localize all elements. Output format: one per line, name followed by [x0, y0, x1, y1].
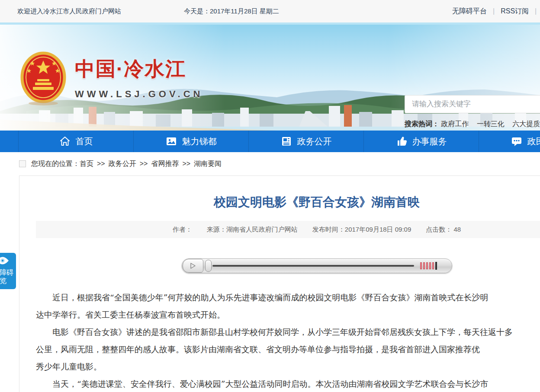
breadcrumb-gov-info[interactable]: 政务公开: [109, 159, 136, 169]
separator: |: [535, 7, 537, 15]
date-text: 今天是：2017年11月28日 星期二: [184, 7, 279, 16]
site-logo[interactable]: 中国·冷水江 WWW.LSJ.GOV.CN: [19, 51, 203, 107]
hot-word-link[interactable]: 政府工作: [441, 120, 469, 127]
volume-control[interactable]: [420, 262, 437, 270]
breadcrumb-home[interactable]: 首页: [80, 159, 93, 169]
play-button[interactable]: [183, 259, 203, 273]
seek-track[interactable]: [212, 265, 414, 267]
rss-link[interactable]: RSS订阅: [501, 7, 529, 16]
meta-publish-time: 发布时间：2017年09月18日 09:09: [312, 226, 411, 234]
hot-word-link[interactable]: 六大提质: [512, 120, 540, 127]
accessibility-browse-button[interactable]: 无障碍 浏览: [0, 253, 16, 289]
article-meta-bar: 作者： 来源：湖南省人民政府门户网站 发布时间：2017年09月18日 09:0…: [36, 221, 540, 238]
nav-item-gov-info[interactable]: 政务公开: [249, 131, 364, 152]
breadcrumb-separator: >>: [140, 160, 148, 168]
brand-text: 中国·冷水江 WWW.LSJ.GOV.CN: [75, 51, 203, 100]
chat-icon: [511, 136, 522, 147]
article-body: 近日，根据我省“全国美德少年”何芹姣的助人为乐先进事迹改编而成的校园文明电影《野…: [36, 289, 540, 392]
site-url: WWW.LSJ.GOV.CN: [75, 89, 203, 100]
hot-words-label: 搜索热词：: [405, 120, 439, 127]
accessibility-label-line1: 无障碍: [0, 268, 16, 277]
article-title: 校园文明电影《野百合女孩》湖南首映: [19, 194, 540, 210]
nav-label: 政民互动: [527, 136, 540, 147]
audio-player: [182, 258, 452, 273]
site-name: 中国·冷水江: [75, 56, 203, 83]
welcome-text: 欢迎进入冷水江市人民政府门户网站: [17, 7, 121, 16]
location-box-icon: [19, 160, 26, 167]
accessibility-label-line2: 浏览: [0, 277, 16, 285]
header-banner: 中国·冷水江 WWW.LSJ.GOV.CN 搜索热词： 政府工作 一转三化 六大…: [0, 25, 540, 131]
search-input[interactable]: [405, 95, 540, 113]
breadcrumb-province-recommend[interactable]: 省网推荐: [151, 159, 179, 169]
page: 欢迎进入冷水江市人民政府门户网站 今天是：2017年11月28日 星期二 无障碍…: [0, 0, 540, 392]
paragraph-line: 公里，风雨无阻，整整四年的感人故事。该影片由湖南省文联、省文明办等单位参与指导拍…: [36, 341, 540, 358]
paragraph-line: 电影《野百合女孩》讲述的是我省邵阳市新邵县山村学校何芹姣同学，从小学三年级开始背…: [36, 323, 540, 341]
paragraph-line: 近日，根据我省“全国美德少年”何芹姣的助人为乐先进事迹改编而成的校园文明电影《野…: [36, 289, 540, 306]
nav-item-interaction[interactable]: 政民互动: [479, 131, 540, 152]
nav-item-home[interactable]: 首页: [19, 131, 134, 152]
home-icon: [59, 136, 71, 147]
meta-hit-count: 点击数： 48: [426, 226, 461, 234]
seek-handle[interactable]: [205, 260, 212, 272]
nav-spacer: [0, 131, 19, 152]
meta-author: 作者：: [173, 226, 192, 234]
topbar-links: 无障碍平台 | RSS订阅 | 设为首页: [452, 0, 540, 22]
breadcrumb-hunan-news[interactable]: 湖南要闻: [194, 159, 222, 169]
accessibility-platform-link[interactable]: 无障碍平台: [452, 7, 487, 16]
document-icon: [281, 136, 292, 147]
paragraph-line: 当天，“美德进课堂、安全伴我行、爱心满校园”大型公益活动同时启动。本次活动由湖南…: [36, 375, 540, 392]
main-nav: 首页 魅力锑都 政务公开 办事服务: [0, 131, 540, 152]
paragraph-line: 秀少年儿童电影。: [36, 358, 540, 375]
article-container: 校园文明电影《野百合女孩》湖南首映 作者： 来源：湖南省人民政府门户网站 发布时…: [19, 175, 540, 392]
top-utility-bar: 欢迎进入冷水江市人民政府门户网站 今天是：2017年11月28日 星期二 无障碍…: [0, 0, 540, 22]
nav-label: 魅力锑都: [182, 136, 217, 147]
play-icon: [190, 263, 196, 269]
nav-item-city-gallery[interactable]: 魅力锑都: [134, 131, 249, 152]
thumbs-up-icon: [396, 136, 407, 147]
national-emblem-icon: [19, 51, 67, 107]
eye-icon: [0, 256, 9, 265]
breadcrumb-separator: >>: [182, 160, 190, 168]
separator: |: [493, 7, 495, 15]
paragraph-line: 达中学举行。省关工委主任杨泰波宣布首映式开始。: [36, 306, 540, 323]
nav-label: 首页: [76, 136, 93, 147]
nav-item-services[interactable]: 办事服务: [364, 131, 479, 152]
hot-words-row: 搜索热词： 政府工作 一转三化 六大提质: [405, 120, 540, 129]
meta-source: 来源：湖南省人民政府门户网站: [207, 226, 298, 234]
breadcrumb-separator: >>: [97, 160, 105, 168]
gallery-icon: [166, 136, 177, 147]
hot-word-link[interactable]: 一转三化: [477, 120, 505, 127]
nav-label: 政务公开: [297, 136, 332, 147]
nav-label: 办事服务: [412, 136, 447, 147]
breadcrumb-prefix: 您现在的位置：: [31, 159, 80, 169]
search-area: 搜索热词： 政府工作 一转三化 六大提质: [405, 95, 540, 129]
breadcrumb: 您现在的位置： 首页 >> 政务公开 >> 省网推荐 >> 湖南要闻: [0, 152, 540, 175]
